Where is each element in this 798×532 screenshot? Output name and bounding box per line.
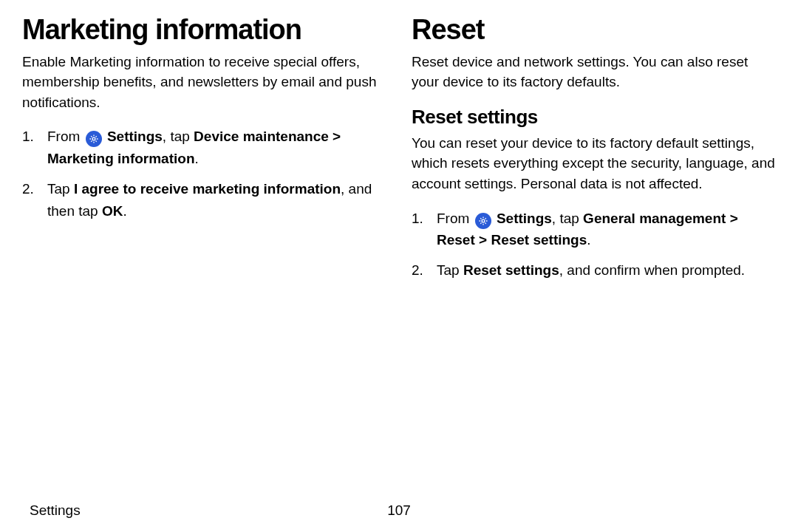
ok-label: OK xyxy=(102,203,123,219)
breadcrumb-separator: > xyxy=(479,232,487,248)
intro-marketing: Enable Marketing information to receive … xyxy=(22,52,386,113)
step-text: Tap xyxy=(437,262,460,278)
steps-marketing: From Settings, tap Device maintenance > … xyxy=(22,126,386,222)
step-text: From xyxy=(437,211,469,226)
step-text: . xyxy=(195,151,199,166)
footer-page-number: 107 xyxy=(387,502,411,519)
right-column: Reset Reset device and network settings.… xyxy=(412,15,776,290)
settings-gear-icon xyxy=(86,131,102,147)
left-column: Marketing information Enable Marketing i… xyxy=(22,15,386,290)
settings-gear-icon xyxy=(475,213,491,229)
reset-label: Reset xyxy=(437,232,475,248)
step-text: From xyxy=(47,129,80,144)
step-text: , and confirm when prompted. xyxy=(559,262,745,278)
breadcrumb-separator: > xyxy=(730,211,738,226)
footer-section-label: Settings xyxy=(30,502,81,519)
device-maintenance-label: Device maintenance xyxy=(194,129,329,144)
step-text: , tap xyxy=(552,211,579,226)
step-text: . xyxy=(587,232,590,248)
marketing-information-label: Marketing information xyxy=(47,151,195,166)
step-text: Tap xyxy=(47,181,70,197)
settings-label: Settings xyxy=(497,211,552,226)
breadcrumb-separator: > xyxy=(332,129,341,144)
reset-settings-label: Reset settings xyxy=(491,232,587,248)
steps-reset-settings: From Settings, tap General management > … xyxy=(412,208,776,282)
svg-point-1 xyxy=(482,219,485,222)
heading-reset: Reset xyxy=(412,15,776,46)
list-item: From Settings, tap Device maintenance > … xyxy=(22,126,386,169)
heading-marketing-information: Marketing information xyxy=(22,15,386,46)
settings-label: Settings xyxy=(107,129,163,144)
subheading-reset-settings: Reset settings xyxy=(412,106,776,129)
list-item: Tap Reset settings, and confirm when pro… xyxy=(412,259,776,281)
intro-reset: Reset device and network settings. You c… xyxy=(412,52,776,92)
svg-point-0 xyxy=(92,138,95,141)
step-text: . xyxy=(123,203,126,219)
list-item: Tap I agree to receive marketing informa… xyxy=(22,178,386,222)
agree-label: I agree to receive marketing information xyxy=(74,181,341,197)
step-text: , tap xyxy=(163,129,190,144)
general-management-label: General management xyxy=(583,211,726,226)
list-item: From Settings, tap General management > … xyxy=(412,208,776,251)
page-footer: Settings 107 xyxy=(30,502,768,519)
intro-reset-settings: You can reset your device to its factory… xyxy=(412,133,776,194)
reset-settings-label: Reset settings xyxy=(463,262,559,278)
